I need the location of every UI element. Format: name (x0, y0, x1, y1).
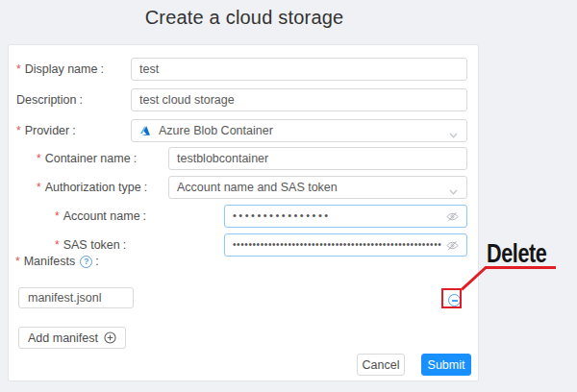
field-row-display-name: * Display name : test (9, 58, 478, 81)
help-question-circle-icon[interactable]: ? (80, 256, 92, 268)
description-label: Description : (16, 88, 83, 111)
eye-invisible-icon[interactable] (446, 210, 459, 226)
description-input[interactable]: test cloud storage (131, 88, 467, 111)
cancel-button[interactable]: Cancel (357, 354, 405, 376)
field-row-container-name: * Container name : testblobcontainer (9, 147, 478, 170)
account-name-password-input[interactable]: •••••••••••••••• (224, 205, 467, 228)
form-panel: * Display name : test Description : test… (8, 44, 479, 381)
container-name-label: * Container name : (37, 147, 137, 170)
field-row-account-name: * Account name : •••••••••••••••• (9, 205, 478, 228)
add-manifest-button[interactable]: Add manifest (18, 327, 126, 349)
azure-logo-icon (139, 125, 151, 136)
container-name-input[interactable]: testblobcontainer (168, 147, 467, 170)
field-row-provider: * Provider : Azure Blob Container (9, 119, 478, 142)
provider-select[interactable]: Azure Blob Container (131, 119, 467, 142)
field-row-description: Description : test cloud storage (9, 88, 478, 111)
plus-circle-icon (104, 331, 116, 344)
masked-value: •••••••••••••••• (233, 209, 331, 221)
required-asterisk: * (15, 255, 20, 268)
manifest-file-input[interactable]: manifest.jsonl (18, 287, 134, 308)
delete-annotation-label: Delete (487, 239, 546, 269)
field-row-authorization-type: * Authorization type : Account name and … (9, 176, 478, 199)
masked-value: ••••••••••••••••••••••••••••••••••••••••… (233, 239, 441, 250)
authorization-type-label: * Authorization type : (37, 176, 147, 199)
required-asterisk: * (55, 238, 60, 252)
chevron-down-icon (449, 128, 458, 141)
annotation-highlight-box (441, 288, 462, 308)
create-cloud-storage-dialog: Create a cloud storage * Display name : … (0, 0, 577, 392)
eye-invisible-icon[interactable] (446, 239, 459, 255)
manifests-label: * Manifests ? : (15, 253, 99, 270)
display-name-input[interactable]: test (131, 58, 467, 81)
chevron-down-icon (449, 184, 458, 198)
required-asterisk: * (55, 209, 60, 223)
annotation-underline (486, 266, 556, 269)
provider-label: * Provider : (16, 119, 76, 142)
authorization-type-select[interactable]: Account name and SAS token (168, 176, 467, 199)
page-title: Create a cloud storage (0, 7, 489, 29)
required-asterisk: * (16, 62, 21, 76)
sas-token-password-input[interactable]: ••••••••••••••••••••••••••••••••••••••••… (224, 233, 467, 257)
required-asterisk: * (16, 124, 21, 137)
submit-button[interactable]: Submit (421, 354, 471, 376)
account-name-label: * Account name : (55, 205, 146, 228)
display-name-label: * Display name : (16, 58, 104, 81)
required-asterisk: * (37, 181, 41, 194)
required-asterisk: * (37, 152, 41, 165)
